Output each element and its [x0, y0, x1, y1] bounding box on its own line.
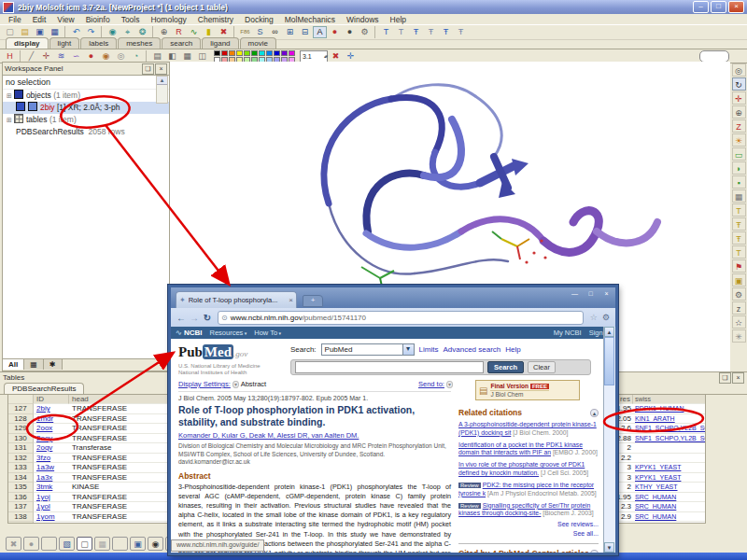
browser-scrollbar[interactable]: ▲ ▼	[603, 327, 615, 553]
cpk-icon[interactable]: ●	[84, 50, 98, 63]
sep[interactable]	[20, 50, 21, 63]
pdb-id-link[interactable]: 3tmk	[36, 483, 52, 491]
slab-icon[interactable]: Z	[732, 119, 746, 133]
color-swatch[interactable]	[259, 50, 265, 56]
close-panel-icon[interactable]: ×	[732, 372, 744, 384]
pdb-id-link[interactable]: 2biy	[36, 404, 50, 413]
menu-item[interactable]: Homology	[146, 15, 190, 24]
label-bottom-icon[interactable]: Ŧ	[439, 26, 453, 38]
view-tab[interactable]: ligand	[202, 37, 238, 49]
label-down-icon[interactable]: Ŧ	[424, 26, 438, 38]
see-reviews-link[interactable]: See reviews...	[458, 521, 599, 527]
wrench-menu-icon[interactable]: ⚙	[602, 313, 610, 322]
pdb-id-link[interactable]: 1yoj	[36, 493, 50, 501]
myncbi-link[interactable]: My NCBI	[554, 329, 582, 337]
tether-icon[interactable]: T	[732, 245, 746, 259]
bookmark-star-icon[interactable]: ☆	[590, 313, 598, 322]
close-view-icon[interactable]: ✖	[6, 537, 21, 551]
back-button[interactable]: ←	[175, 313, 188, 323]
pdb-id-link[interactable]: 2ooy	[36, 434, 52, 442]
pin-icon[interactable]: ⚑	[732, 259, 746, 273]
limits-link[interactable]: Limits	[419, 345, 439, 354]
pdb-id-link[interactable]: 1y57	[36, 522, 52, 524]
view-tab[interactable]: light	[49, 37, 80, 49]
minimize-button[interactable]: –	[693, 1, 709, 13]
reset-view-icon[interactable]: ◎	[732, 63, 746, 77]
search-button[interactable]: Search	[487, 361, 524, 373]
expander-icon[interactable]	[7, 115, 14, 124]
workspace-tab[interactable]: ▦	[24, 359, 44, 370]
spray-icon[interactable]: ✳	[732, 329, 746, 343]
ballstick-icon[interactable]: ◉	[99, 50, 113, 63]
expander-icon[interactable]	[7, 91, 14, 100]
send-to-link[interactable]: Send to:	[418, 380, 444, 388]
center-icon[interactable]: ✛	[344, 50, 358, 63]
xstick-icon[interactable]: ✛	[39, 50, 53, 63]
journal-badge[interactable]: ▤ Final VersionFREE J Biol Chem	[475, 380, 580, 400]
address-bar[interactable]: ⊙ www.ncbi.nlm.nih.gov /pubmed/15741170	[218, 311, 584, 325]
translate-icon[interactable]: ✛	[732, 91, 746, 105]
view-tab[interactable]: labels	[80, 37, 117, 49]
clash-icon[interactable]: T	[732, 203, 746, 217]
label-top-icon[interactable]: T	[379, 26, 393, 38]
citation-item[interactable]: Identification of a pocket in the PDK1 k…	[458, 441, 599, 458]
chevron-down-icon[interactable]: ▾	[233, 381, 239, 388]
swissprot-link[interactable]: KIN1_ARATH	[635, 415, 675, 422]
pdb-id-link[interactable]: 1a3x	[36, 473, 52, 482]
save-image-icon[interactable]: ▣	[130, 537, 146, 551]
help-link[interactable]: Help	[505, 345, 520, 354]
pubmed-logo[interactable]: PubMed.gov	[178, 344, 247, 360]
color-swatch[interactable]	[214, 50, 220, 56]
menu-item[interactable]: File	[4, 15, 26, 24]
tree-item-tables[interactable]: tables (1 item)	[3, 114, 169, 126]
box-icon[interactable]: ▭	[732, 147, 746, 161]
meshes-group-icon[interactable]: ◧	[165, 50, 179, 63]
labels-group-icon[interactable]: ▤	[150, 50, 164, 63]
swissprot-link[interactable]: SNF1_SCHPO,YL2B_SCHPO	[635, 425, 706, 431]
workspace-tab[interactable]: ✱	[44, 359, 63, 370]
menu-item[interactable]: Edit	[28, 15, 51, 24]
resources-link[interactable]: Resources	[210, 329, 247, 337]
hydrogen-icon[interactable]: H	[3, 50, 17, 63]
sep[interactable]	[41, 537, 57, 551]
advanced-search-link[interactable]: Advanced search	[443, 345, 500, 354]
tree-item-pdbsearchresults[interactable]: PDBSearchResults 2058 rows	[3, 126, 169, 138]
tree-item-objects[interactable]: objects (1 item)	[3, 90, 169, 102]
float-panel-icon[interactable]: ❏	[719, 372, 731, 384]
workspace-scrollbar[interactable]	[156, 76, 168, 104]
swissprot-link[interactable]: KPYK1_YEAST	[635, 474, 681, 481]
font-icon[interactable]: A	[313, 26, 327, 38]
size-spinner[interactable]: 3.1	[300, 50, 328, 63]
menu-item[interactable]: Windows	[342, 15, 383, 24]
hbond-icon[interactable]: Ŧ	[732, 217, 746, 231]
tree-item-2biy[interactable]: 2biy [1] XR; 2.0Å; 3-ph	[3, 102, 169, 114]
pdb-id-link[interactable]: 1a3w	[36, 463, 54, 471]
view-tab[interactable]: display	[6, 37, 49, 49]
color-swatch[interactable]	[229, 50, 235, 56]
close-button[interactable]: ×	[599, 289, 613, 299]
menu-item[interactable]: Tools	[117, 15, 145, 24]
select-group-icon[interactable]: ◫	[195, 50, 209, 63]
swissprot-link[interactable]: SRC_HUMAN	[635, 494, 676, 500]
color-swatch[interactable]	[244, 50, 250, 56]
citation-item[interactable]: ReviewSignalling specificity of Ser/Thr …	[458, 502, 599, 519]
color-swatch[interactable]	[251, 50, 258, 56]
view-tab[interactable]: meshes	[118, 37, 161, 49]
ncbi-logo[interactable]: NCBI	[176, 329, 203, 337]
menu-item[interactable]: View	[52, 15, 78, 24]
color-swatch[interactable]	[289, 50, 295, 56]
display-group-icon[interactable]: ▦	[180, 50, 194, 63]
collapse-icon[interactable]: ▴	[590, 409, 599, 417]
pdb-id-link[interactable]: 1yom	[36, 512, 55, 521]
citation-item[interactable]: A 3-phosphoinositide-dependent protein k…	[458, 421, 599, 438]
scroll-down-icon[interactable]: ▼	[604, 542, 614, 553]
lock-icon[interactable]: ▣	[732, 273, 746, 287]
value-input[interactable]	[699, 50, 729, 63]
forward-button[interactable]: →	[188, 313, 201, 323]
view-tab[interactable]: search	[162, 37, 201, 49]
tab-close-icon[interactable]: ×	[289, 296, 293, 304]
table-tab[interactable]: PDBSearchResults	[4, 383, 84, 394]
gear-icon[interactable]: ⚙	[732, 287, 746, 301]
swissprot-link[interactable]: PDPK1_HUMAN	[635, 405, 684, 412]
light-icon[interactable]: ☀	[732, 133, 746, 147]
